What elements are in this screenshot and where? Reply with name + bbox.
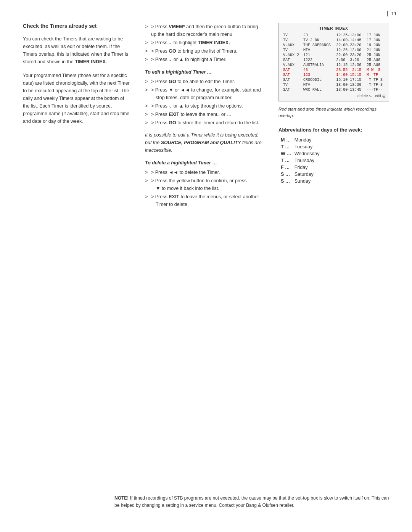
timer-time: 22:00-23:20 (335, 43, 365, 48)
delete-instruction-list: > Press ◄◄ to delete the Timer. > Press … (145, 169, 263, 208)
timer-row: V.AUX AUSTRALIA 12:15-12:30 25 AUG (282, 63, 386, 68)
timer-row: SAT WRC RALL 13:00-13:45 ---TF-- (282, 87, 386, 92)
timer-program: AUSTRALIA (302, 63, 335, 68)
abbrev-letter: W … (278, 150, 295, 157)
timer-program: THE SOPRANOS (302, 43, 335, 48)
timer-time: 2:00- 3:20 (335, 58, 365, 63)
left-column: Check the Timers already set You can che… (23, 23, 130, 213)
timer-program: 121 (302, 53, 335, 58)
timer-program: CROCODIL (302, 77, 335, 82)
timer-row: V.AUX THE SOPRANOS 22:00-23:20 19 JUN (282, 43, 386, 48)
intro-instruction-2: > Press ⌄ to highlight TIMER INDEX. (145, 39, 263, 47)
abbrev-letter: M … (278, 137, 295, 143)
note-text: If timed recordings of STB programs are … (114, 495, 389, 508)
timer-row: SAT CROCODIL 16:10-17:15 -T-TF-S (282, 77, 386, 82)
timer-program: 123 (302, 72, 335, 77)
abbrev-day: Tuesday (295, 143, 324, 150)
abbrev-letter: S … (278, 171, 295, 178)
edit-instruction-2: > Press ▼ or ◄◄ to change, for example, … (145, 86, 263, 101)
timer-row: TV MTV 12:25-12:00 21 JUN (282, 48, 386, 53)
timer-caption: Red start and stop times indicate which … (278, 106, 389, 119)
note-section: NOTE! If timed recordings of STB program… (114, 495, 389, 509)
abbrev-day: Saturday (295, 171, 324, 178)
edit-instruction-list: > Press GO to be able to edit the Timer.… (145, 78, 263, 127)
left-para1: You can check the Timers that are waitin… (23, 35, 130, 66)
timer-date: M--TF-- (365, 72, 386, 77)
abbrev-row: T … Thursday (278, 157, 324, 164)
timer-program: MTV (302, 82, 335, 87)
edit-label: edit ◎ (375, 94, 386, 98)
timer-row: SAT 43 23:55- 2:15 M-W--S (282, 68, 386, 72)
timer-row: TV TV 2 DK 14:00-14:45 17 JUN (282, 38, 386, 43)
timer-table-footer: delete ▻ edit ◎ (282, 94, 386, 98)
abbrev-row: S … Saturday (278, 171, 324, 178)
abbreviations-table: M … Monday T … Tuesday W … Wednesday T …… (278, 137, 324, 185)
timer-time: 22:00-23:20 (335, 53, 365, 58)
delete-instruction-1: > Press ◄◄ to delete the Timer. (145, 169, 263, 176)
edit-note: It is possible to edit a Timer while it … (145, 131, 263, 154)
timer-source: SAT (282, 68, 302, 72)
page-number: 11 (387, 11, 397, 16)
timer-source: SAT (282, 58, 302, 63)
timer-source: TV (282, 33, 302, 38)
timer-row: SAT 1222 2:00- 3:20 25 AUG (282, 58, 386, 63)
timer-source: TV (282, 82, 302, 87)
timer-row: SAT 123 14:00-15:15 M--TF-- (282, 72, 386, 77)
timer-source: TV (282, 48, 302, 53)
timer-source: V.AUX 2 (282, 53, 302, 58)
timer-time: 16:10-17:15 (335, 77, 365, 82)
abbrev-day: Friday (295, 164, 324, 171)
timer-row: TV 23 12:25-13:00 17 JUN (282, 33, 386, 38)
abbrev-day: Wednesday (295, 150, 324, 157)
section-title: Check the Timers already set (23, 23, 130, 29)
timer-program: MTV (302, 48, 335, 53)
timer-time: 18:00-18:30 (335, 82, 365, 87)
timer-program: 23 (302, 33, 335, 38)
timer-date: ---TF-- (365, 87, 386, 92)
timer-time: 23:55- 2:15 (335, 68, 365, 72)
abbrev-day: Thursday (295, 157, 324, 164)
abbrev-row: M … Monday (278, 137, 324, 143)
abbreviations-title: Abbreviations for days of the week: (278, 127, 389, 133)
abbrev-letter: S … (278, 178, 295, 185)
timer-time: 14:00-15:15 (335, 72, 365, 77)
abbrev-row: S … Sunday (278, 178, 324, 185)
middle-column: > Press VMEM* and then the green button … (145, 23, 263, 213)
timer-date: 25 AUG (365, 63, 386, 68)
timer-program: 1222 (302, 58, 335, 63)
timer-source: V.AUX (282, 63, 302, 68)
timer-index-table: TV 23 12:25-13:00 17 JUN TV TV 2 DK 14:0… (282, 33, 386, 92)
abbrev-row: T … Tuesday (278, 143, 324, 150)
delete-label: delete ▻ (357, 94, 372, 98)
timer-date: -T-TF-S (365, 82, 386, 87)
timer-time: 12:25-12:00 (335, 48, 365, 53)
timer-index-title: TIMER INDEX (282, 26, 386, 31)
edit-instruction-3: > Press ⌄ or ▲ to step through the optio… (145, 102, 263, 110)
left-para2: Your programmed Timers (those set for a … (23, 72, 130, 125)
timer-date: M-W--S (365, 68, 386, 72)
delete-instruction-3: > Press EXIT to leave the menus, or sele… (145, 193, 263, 208)
timer-index-box: TIMER INDEX TV 23 12:25-13:00 17 JUN TV … (278, 23, 389, 101)
timer-row: TV MTV 18:00-18:30 -T-TF-S (282, 82, 386, 87)
abbrev-row: F … Friday (278, 164, 324, 171)
timer-date: -T-TF-S (365, 77, 386, 82)
timer-row: V.AUX 2 121 22:00-23:20 25 JUN (282, 53, 386, 58)
timer-date: 25 AUG (365, 58, 386, 63)
abbrev-day: Sunday (295, 178, 324, 185)
edit-instruction-1: > Press GO to be able to edit the Timer. (145, 78, 263, 85)
timer-date: 21 JUN (365, 48, 386, 53)
timer-program: TV 2 DK (302, 38, 335, 43)
delete-instruction-2: > Press the yellow button to confirm, or… (145, 177, 263, 192)
timer-date: 17 JUN (365, 33, 386, 38)
timer-source: SAT (282, 77, 302, 82)
timer-time: 12:15-12:30 (335, 63, 365, 68)
timer-source: SAT (282, 72, 302, 77)
intro-instruction-3: > Press GO to bring up the list of Timer… (145, 47, 263, 55)
timer-source: V.AUX (282, 43, 302, 48)
abbrev-day: Monday (295, 137, 324, 143)
timer-source: SAT (282, 87, 302, 92)
timer-source: TV (282, 38, 302, 43)
timer-time: 12:25-13:00 (335, 33, 365, 38)
timer-time: 14:00-14:45 (335, 38, 365, 43)
intro-instruction-4: > Press ⌄ or ▲ to highlight a Timer. (145, 56, 263, 63)
